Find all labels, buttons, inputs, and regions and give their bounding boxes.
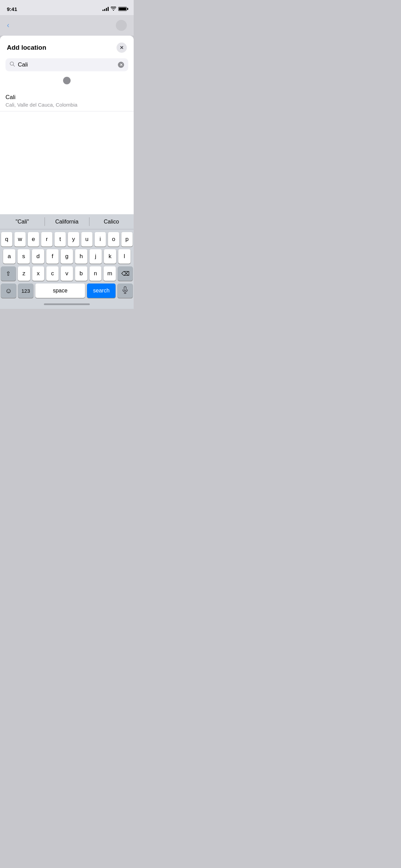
loading-dot [63,77,71,84]
key-row-2: a s d f g h j k l [1,249,133,264]
key-r[interactable]: r [41,232,52,246]
key-x[interactable]: x [32,266,45,281]
key-t[interactable]: t [54,232,66,246]
loading-indicator [0,75,134,90]
modal-header: Add location ✕ [0,36,134,58]
status-bar: 9:41 [0,0,134,15]
key-g[interactable]: g [61,249,73,264]
location-search-input[interactable] [18,61,115,68]
key-m[interactable]: m [104,266,116,281]
key-j[interactable]: j [89,249,102,264]
key-row-4: ☺ 123 space search [1,284,133,298]
keyboard: "Cali" California Calico q w e r t y u i… [0,214,134,309]
search-key[interactable]: search [87,284,116,298]
home-indicator [44,303,90,305]
key-h[interactable]: h [75,249,87,264]
shift-icon: ⇧ [6,270,11,277]
key-a[interactable]: a [3,249,15,264]
key-v[interactable]: v [61,266,73,281]
modal-title: Add location [7,44,46,51]
home-indicator-bar [0,299,134,309]
key-s[interactable]: s [17,249,30,264]
predictive-item-1[interactable]: California [45,214,89,229]
predictive-bar: "Cali" California Calico [0,214,134,229]
key-y[interactable]: y [68,232,79,246]
status-time: 9:41 [7,6,17,12]
key-l[interactable]: l [118,249,131,264]
status-icons [102,7,127,12]
key-q[interactable]: q [1,232,12,246]
numbers-key[interactable]: 123 [18,284,33,298]
key-row-1: q w e r t y u i o p [1,232,133,246]
key-o[interactable]: o [108,232,119,246]
backspace-icon: ⌫ [121,270,130,277]
result-item[interactable]: Cali Cali, Valle del Cauca, Colombia [0,90,134,111]
empty-content-area [0,111,134,214]
key-w[interactable]: w [14,232,26,246]
backspace-key[interactable]: ⌫ [118,266,133,281]
bg-avatar [116,20,127,31]
key-row-3: ⇧ z x c v b n m ⌫ [1,266,133,281]
emoji-icon: ☺ [5,287,12,295]
emoji-key[interactable]: ☺ [1,284,16,298]
key-k[interactable]: k [104,249,116,264]
key-n[interactable]: n [89,266,102,281]
wifi-icon [111,7,116,12]
key-e[interactable]: e [28,232,39,246]
search-input-wrapper: ✕ [5,58,128,71]
search-icon [10,61,15,68]
mic-key[interactable] [118,284,133,298]
result-detail: Cali, Valle del Cauca, Colombia [5,102,128,108]
search-container: ✕ [0,58,134,75]
background-app: ‹ [0,15,134,36]
key-u[interactable]: u [81,232,93,246]
key-b[interactable]: b [75,266,87,281]
mic-icon [122,286,128,296]
svg-line-1 [13,65,15,67]
modal-sheet: Add location ✕ ✕ Cali Cali, Valle del C [0,36,134,214]
result-list: Cali Cali, Valle del Cauca, Colombia [0,90,134,111]
result-name: Cali [5,94,128,101]
signal-icon [102,7,109,11]
keyboard-rows: q w e r t y u i o p a s d f g h j k l ⇧ [0,229,134,299]
close-button[interactable]: ✕ [117,43,127,53]
back-chevron-icon: ‹ [7,21,9,30]
predictive-item-2[interactable]: Calico [89,214,134,229]
key-p[interactable]: p [121,232,133,246]
clear-icon: ✕ [120,63,123,67]
predictive-item-0[interactable]: "Cali" [0,214,45,229]
key-f[interactable]: f [46,249,59,264]
svg-rect-2 [124,287,126,291]
key-d[interactable]: d [32,249,44,264]
shift-key[interactable]: ⇧ [1,266,16,281]
key-z[interactable]: z [18,266,30,281]
battery-icon [118,7,127,11]
key-i[interactable]: i [95,232,106,246]
space-key[interactable]: space [35,284,85,298]
clear-input-button[interactable]: ✕ [118,62,124,68]
key-c[interactable]: c [46,266,59,281]
close-icon: ✕ [120,45,124,50]
